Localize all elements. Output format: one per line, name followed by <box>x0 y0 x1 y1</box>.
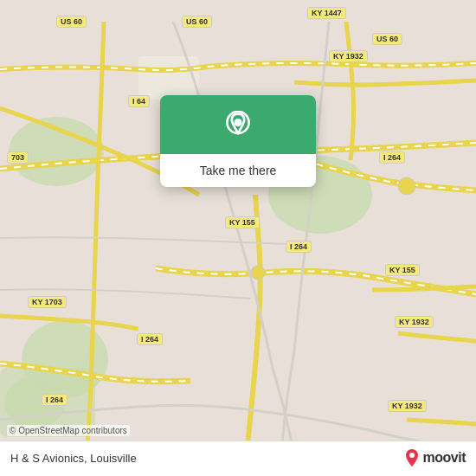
map-container: US 60 US 60 US 60 KY 1447 KY 1932 I 64 I… <box>0 0 476 476</box>
location-pin-icon <box>222 111 254 142</box>
road-label-i264-3: I 264 <box>137 333 163 345</box>
popup-top <box>160 95 316 154</box>
road-label-i264-1: I 264 <box>379 151 405 164</box>
road-label-i264-4: I 264 <box>42 394 68 406</box>
road-label-ky155-2: KY 155 <box>385 264 420 276</box>
road-label-ky703: 703 <box>7 151 29 164</box>
road-label-ky155-1: KY 155 <box>225 216 260 228</box>
popup-action-button[interactable]: Take me there <box>160 154 316 187</box>
svg-rect-6 <box>138 56 199 100</box>
map-attribution: © OpenStreetMap contributors <box>7 425 130 436</box>
road-label-ky1932-2: KY 1932 <box>395 316 434 328</box>
moovit-text: moovit <box>423 450 466 466</box>
road-label-ky1932-3: KY 1932 <box>388 400 427 412</box>
road-label-us60-2: US 60 <box>182 16 212 28</box>
road-label-ky1703: KY 1703 <box>28 296 67 308</box>
road-label-i64: I 64 <box>128 95 150 107</box>
road-label-us60-3: US 60 <box>372 33 402 45</box>
road-label-ky1447: KY 1447 <box>307 7 346 19</box>
svg-point-7 <box>251 266 265 280</box>
road-label-us60-1: US 60 <box>56 16 87 28</box>
popup-card[interactable]: Take me there <box>160 95 316 187</box>
moovit-logo: moovit <box>404 448 466 467</box>
svg-point-10 <box>235 119 242 126</box>
road-label-ky1932-1: KY 1932 <box>329 50 368 62</box>
bottom-bar: H & S Avionics, Louisville moovit <box>0 441 476 476</box>
moovit-pin-icon <box>404 448 420 467</box>
svg-point-8 <box>398 177 415 195</box>
road-label-i264-2: I 264 <box>286 241 312 253</box>
svg-point-11 <box>409 453 415 458</box>
location-text: H & S Avionics, Louisville <box>10 452 137 465</box>
